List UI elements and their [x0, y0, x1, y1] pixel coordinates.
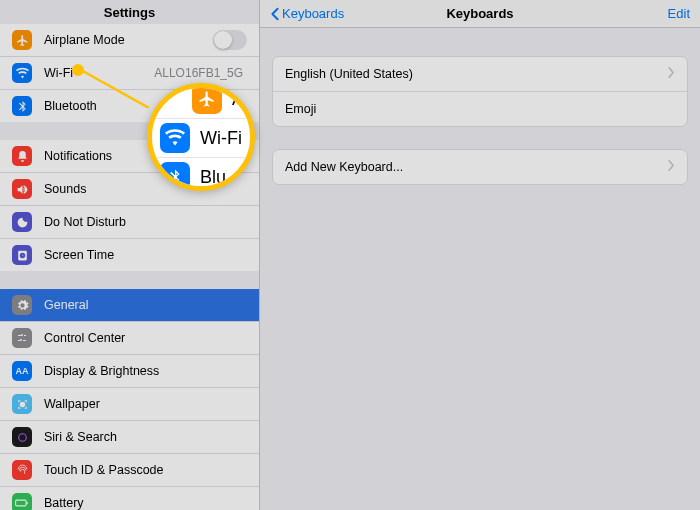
sidebar-item-general[interactable]: General — [0, 289, 259, 322]
settings-sidebar: Settings Airplane Mode Wi-Fi ALLO16FB1_5… — [0, 0, 260, 510]
keyboard-label: Emoji — [285, 102, 316, 116]
svg-point-0 — [19, 401, 24, 406]
wallpaper-icon — [12, 394, 32, 414]
svg-point-1 — [18, 433, 26, 441]
add-keyboard-button[interactable]: Add New Keyboard... — [273, 150, 687, 184]
wifi-icon — [12, 63, 32, 83]
svg-rect-3 — [27, 502, 28, 504]
svg-rect-2 — [16, 500, 26, 506]
magnifier-callout: Airp Wi-Fi Blu — [147, 83, 255, 191]
sidebar-item-controlcenter[interactable]: Control Center — [0, 322, 259, 355]
wifi-icon — [160, 123, 190, 153]
sidebar-item-battery[interactable]: Battery — [0, 487, 259, 510]
sounds-icon — [12, 179, 32, 199]
general-icon — [12, 295, 32, 315]
airplane-switch[interactable] — [213, 30, 247, 50]
keyboards-list: English (United States) Emoji — [272, 56, 688, 127]
touchid-icon — [12, 460, 32, 480]
sidebar-item-label: Battery — [44, 496, 247, 510]
siri-icon — [12, 427, 32, 447]
airplane-icon — [12, 30, 32, 50]
magnifier-row-label: Blu — [200, 167, 226, 188]
sidebar-item-wallpaper[interactable]: Wallpaper — [0, 388, 259, 421]
sidebar-item-siri[interactable]: Siri & Search — [0, 421, 259, 454]
sidebar-item-display[interactable]: AA Display & Brightness — [0, 355, 259, 388]
magnifier-row-label: Wi-Fi — [200, 128, 242, 149]
keyboard-label: English (United States) — [285, 67, 413, 81]
notifications-icon — [12, 146, 32, 166]
sidebar-item-label: General — [44, 298, 247, 312]
sidebar-item-touchid[interactable]: Touch ID & Passcode — [0, 454, 259, 487]
sidebar-item-label: Display & Brightness — [44, 364, 247, 378]
add-keyboard-label: Add New Keyboard... — [285, 160, 403, 174]
edit-button[interactable]: Edit — [668, 6, 690, 21]
controlcenter-icon — [12, 328, 32, 348]
sidebar-item-label: Do Not Disturb — [44, 215, 247, 229]
airplane-icon — [192, 84, 222, 114]
sidebar-item-label: Screen Time — [44, 248, 247, 262]
add-keyboard-section: Add New Keyboard... — [272, 149, 688, 185]
sidebar-item-label: Airplane Mode — [44, 33, 213, 47]
sidebar-item-label: Siri & Search — [44, 430, 247, 444]
sidebar-item-label: Touch ID & Passcode — [44, 463, 247, 477]
sidebar-item-screentime[interactable]: Screen Time — [0, 239, 259, 271]
sidebar-item-label: Control Center — [44, 331, 247, 345]
back-button[interactable]: Keyboards — [270, 6, 344, 21]
keyboard-row[interactable]: English (United States) — [273, 57, 687, 92]
sidebar-group-device: General Control Center AA Display & Brig… — [0, 289, 259, 510]
keyboard-row[interactable]: Emoji — [273, 92, 687, 126]
sidebar-item-dnd[interactable]: Do Not Disturb — [0, 206, 259, 239]
sidebar-item-label: Wallpaper — [44, 397, 247, 411]
display-icon: AA — [12, 361, 32, 381]
battery-icon — [12, 493, 32, 510]
back-label: Keyboards — [282, 6, 344, 21]
sidebar-item-wifi[interactable]: Wi-Fi ALLO16FB1_5G — [0, 57, 259, 90]
dnd-icon — [12, 212, 32, 232]
chevron-right-icon — [668, 160, 675, 174]
sidebar-item-airplane[interactable]: Airplane Mode — [0, 24, 259, 57]
sidebar-item-label: Wi-Fi — [44, 66, 154, 80]
detail-navbar: Keyboards Keyboards Edit — [260, 0, 700, 28]
wifi-network-name: ALLO16FB1_5G — [154, 66, 243, 80]
callout-dot — [72, 64, 84, 76]
screentime-icon — [12, 245, 32, 265]
sidebar-title: Settings — [0, 0, 259, 24]
detail-panel: Keyboards Keyboards Edit English (United… — [260, 0, 700, 510]
chevron-right-icon — [668, 67, 675, 81]
bluetooth-icon — [12, 96, 32, 116]
